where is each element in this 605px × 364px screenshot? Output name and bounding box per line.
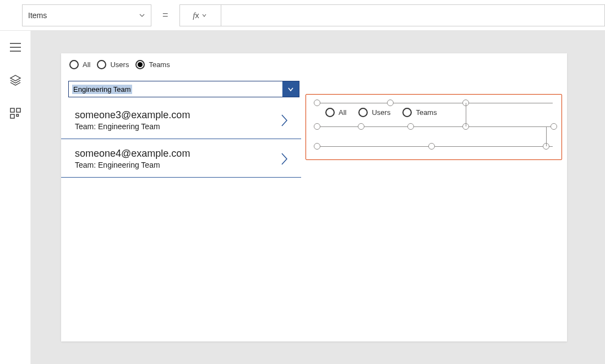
radio-icon bbox=[358, 108, 368, 117]
svg-rect-1 bbox=[17, 108, 20, 112]
radio-teams[interactable]: Teams bbox=[135, 60, 170, 69]
chevron-right-icon bbox=[280, 113, 296, 128]
team-dropdown[interactable]: Engineering Team bbox=[68, 81, 299, 97]
radio-icon bbox=[135, 60, 145, 69]
resize-handle[interactable] bbox=[314, 100, 320, 106]
resize-handle[interactable] bbox=[551, 123, 557, 130]
control-border bbox=[317, 126, 553, 127]
hamburger-icon[interactable] bbox=[9, 41, 22, 54]
result-list: someone3@example.com Team: Engineering T… bbox=[61, 101, 301, 178]
control-border bbox=[546, 126, 547, 146]
dropdown-toggle[interactable] bbox=[282, 81, 299, 97]
layers-icon[interactable] bbox=[9, 74, 22, 87]
radio-icon bbox=[69, 60, 79, 69]
fx-button[interactable]: fx bbox=[180, 5, 221, 26]
radio-all[interactable]: All bbox=[69, 60, 90, 69]
list-item-email: someone3@example.com bbox=[75, 109, 280, 121]
resize-handle[interactable] bbox=[407, 123, 414, 130]
radio-teams[interactable]: Teams bbox=[402, 108, 437, 117]
formula-input-wrapper: fx bbox=[179, 4, 605, 26]
resize-handle[interactable] bbox=[358, 123, 364, 130]
radio-label: All bbox=[339, 108, 346, 117]
control-border bbox=[317, 103, 553, 103]
dropdown-value: Engineering Team bbox=[69, 81, 282, 97]
grid-icon[interactable] bbox=[9, 107, 22, 120]
chevron-right-icon bbox=[280, 151, 296, 167]
list-item-team: Team: Engineering Team bbox=[75, 122, 280, 131]
resize-handle[interactable] bbox=[428, 143, 435, 150]
formula-input[interactable] bbox=[221, 5, 604, 26]
svg-rect-0 bbox=[10, 108, 14, 112]
radio-label: Teams bbox=[416, 108, 437, 117]
list-item[interactable]: someone4@example.com Team: Engineering T… bbox=[61, 139, 301, 178]
control-border bbox=[317, 146, 553, 147]
list-item-email: someone4@example.com bbox=[75, 148, 280, 159]
radio-icon bbox=[97, 60, 106, 69]
property-dropdown[interactable]: Items bbox=[22, 4, 151, 26]
radio-all[interactable]: All bbox=[325, 108, 346, 117]
left-rail bbox=[0, 31, 31, 364]
chevron-down-icon bbox=[287, 85, 295, 93]
radio-label: Users bbox=[372, 108, 390, 117]
radio-icon bbox=[402, 108, 412, 117]
control-border bbox=[466, 103, 466, 126]
radio-label: All bbox=[83, 60, 90, 69]
radio-users[interactable]: Users bbox=[97, 60, 129, 69]
filter-radio-group-left[interactable]: All Users Teams bbox=[69, 60, 170, 69]
selected-control-outline[interactable]: All Users Teams bbox=[306, 94, 562, 160]
app-canvas[interactable]: All Users Teams Engineering Team bbox=[61, 53, 567, 341]
radio-label: Teams bbox=[149, 60, 170, 69]
filter-radio-group-right[interactable]: All Users Teams bbox=[325, 108, 437, 117]
dropdown-value-text: Engineering Team bbox=[72, 85, 132, 94]
resize-handle[interactable] bbox=[387, 100, 394, 106]
equals-label: = bbox=[151, 9, 179, 21]
chevron-down-icon bbox=[139, 12, 145, 19]
svg-rect-3 bbox=[17, 114, 19, 117]
resize-handle[interactable] bbox=[314, 123, 320, 130]
property-name: Items bbox=[28, 11, 47, 20]
list-item-team: Team: Engineering Team bbox=[75, 161, 280, 169]
fx-label: fx bbox=[193, 10, 199, 20]
formula-bar: Items = fx bbox=[0, 0, 605, 31]
radio-icon bbox=[325, 108, 335, 117]
radio-label: Users bbox=[110, 60, 129, 69]
resize-handle[interactable] bbox=[314, 143, 320, 150]
list-item[interactable]: someone3@example.com Team: Engineering T… bbox=[61, 101, 301, 139]
radio-users[interactable]: Users bbox=[358, 108, 390, 117]
canvas-background: All Users Teams Engineering Team bbox=[31, 31, 605, 364]
svg-rect-2 bbox=[10, 114, 14, 118]
